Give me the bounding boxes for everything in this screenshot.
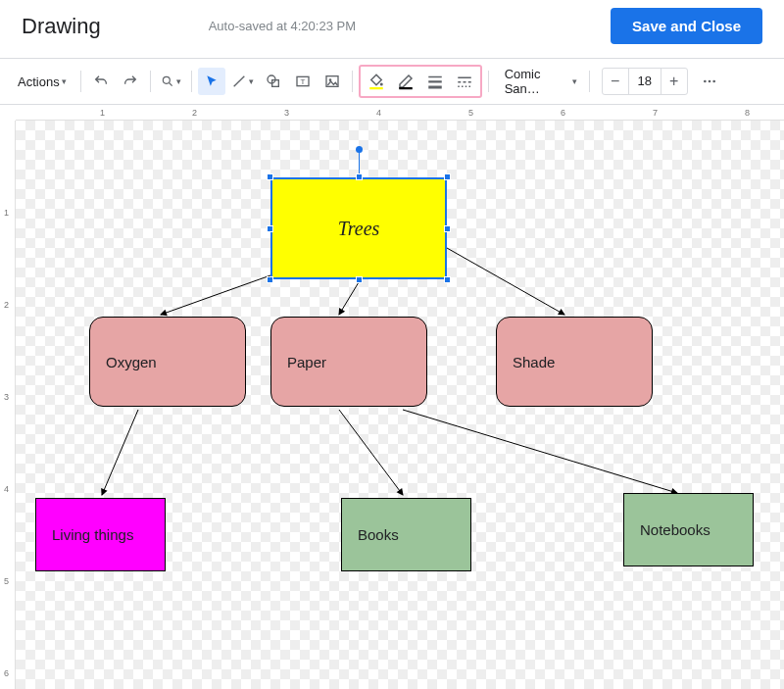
node-oxygen-label: Oxygen [106,354,157,370]
svg-rect-18 [467,81,470,83]
svg-point-0 [163,76,170,83]
chevron-down-icon: ▾ [249,76,254,86]
node-root[interactable]: Trees [270,177,447,279]
node-notebooks[interactable]: Notebooks [623,493,754,566]
ruler-tick: 1 [4,208,9,218]
ruler-tick: 2 [192,108,197,118]
drawing-canvas[interactable]: Trees Oxygen Paper Shade Living things B… [16,121,784,689]
node-paper-label: Paper [287,354,326,370]
svg-point-25 [712,80,715,83]
shape-tool[interactable] [260,68,287,95]
ruler-tick: 5 [4,576,9,586]
redo-button[interactable] [117,68,144,95]
ruler-vertical: 1 2 3 4 5 6 [0,121,16,689]
svg-rect-19 [458,86,460,88]
node-books-label: Books [358,526,399,543]
style-tools-highlight [359,65,482,98]
zoom-menu[interactable]: ▾ [157,68,185,95]
header: Drawing Auto-saved at 4:20:23 PM Save an… [0,0,784,58]
resize-handle-sw[interactable] [267,276,273,283]
svg-line-1 [169,83,172,86]
actions-menu[interactable]: Actions▾ [10,68,74,95]
ruler-horizontal: 1 2 3 4 5 6 7 8 [16,105,784,121]
font-family-select[interactable]: Comic San… ▾ [495,68,583,95]
textbox-tool[interactable]: T [289,68,317,95]
ruler-tick: 4 [376,108,381,118]
node-living-label: Living things [52,526,133,543]
svg-rect-10 [369,87,383,89]
svg-point-24 [708,80,710,83]
undo-button[interactable] [87,68,115,95]
canvas-area-wrap: 1 2 3 4 5 6 7 8 1 2 3 4 5 6 [0,105,784,689]
chevron-down-icon: ▾ [572,76,577,86]
svg-rect-20 [462,86,464,88]
svg-rect-15 [458,77,471,79]
ruler-tick: 4 [4,484,9,494]
ruler-tick: 5 [468,108,473,118]
separator [488,71,489,92]
line-tool[interactable]: ▾ [227,68,258,95]
svg-rect-21 [465,86,466,88]
font-size-value[interactable]: 18 [628,69,662,94]
separator [589,71,590,92]
rotation-handle[interactable] [356,146,363,153]
actions-label: Actions [18,74,60,89]
node-books[interactable]: Books [341,498,471,571]
node-shade[interactable]: Shade [496,317,653,407]
resize-handle-w[interactable] [267,225,273,232]
svg-line-31 [403,410,677,493]
svg-rect-11 [399,87,413,89]
svg-line-28 [447,248,564,315]
font-size-decrease[interactable]: − [603,69,628,94]
resize-handle-n[interactable] [356,173,363,180]
node-root-label: Trees [338,218,380,240]
svg-line-26 [161,275,270,315]
resize-handle-ne[interactable] [444,173,451,180]
node-oxygen[interactable]: Oxygen [89,317,246,407]
ruler-tick: 3 [284,108,289,118]
border-weight-button[interactable] [421,68,449,95]
svg-line-30 [339,410,403,495]
svg-line-29 [102,410,138,495]
node-shade-label: Shade [513,354,555,370]
resize-handle-nw[interactable] [267,173,273,180]
svg-rect-17 [463,81,466,83]
dialog-title: Drawing [22,14,101,39]
svg-line-2 [233,76,244,87]
svg-point-23 [704,80,707,83]
ruler-tick: 6 [561,108,565,118]
svg-rect-12 [428,76,442,78]
fill-color-button[interactable] [363,68,390,95]
chevron-down-icon: ▾ [62,76,67,86]
font-size-stepper: − 18 + [602,68,688,95]
border-color-button[interactable] [392,68,419,95]
select-tool[interactable] [198,68,225,95]
svg-rect-22 [468,86,470,88]
node-paper[interactable]: Paper [270,317,427,407]
chevron-down-icon: ▾ [176,76,181,86]
autosave-status: Auto-saved at 4:20:23 PM [101,19,611,33]
ruler-tick: 3 [4,392,9,402]
svg-line-27 [339,282,359,315]
separator [352,71,353,92]
svg-rect-14 [428,86,442,89]
resize-handle-s[interactable] [356,276,363,283]
ruler-tick: 7 [653,108,658,118]
resize-handle-e[interactable] [444,225,451,232]
font-name-label: Comic San… [505,67,570,96]
image-tool[interactable] [318,68,346,95]
node-living-things[interactable]: Living things [35,498,166,571]
node-notebooks-label: Notebooks [640,521,710,538]
svg-text:T: T [300,77,305,86]
border-dash-button[interactable] [451,68,478,95]
svg-rect-13 [428,80,442,82]
ruler-tick: 8 [745,108,750,118]
resize-handle-se[interactable] [444,276,451,283]
separator [80,71,81,92]
separator [150,71,151,92]
save-and-close-button[interactable]: Save and Close [611,8,762,44]
separator [191,71,192,92]
font-size-increase[interactable]: + [662,69,687,94]
ruler-tick: 1 [100,108,105,118]
more-options-button[interactable] [696,68,723,95]
